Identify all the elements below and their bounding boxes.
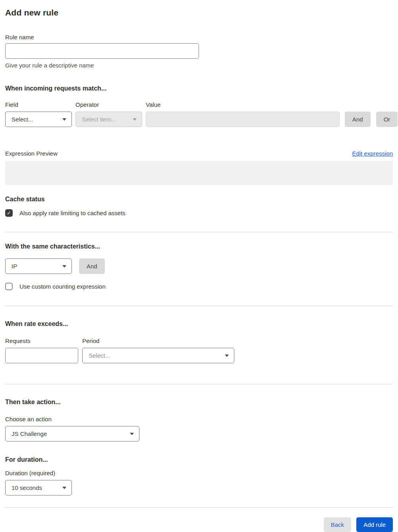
custom-counting-checkbox-label[interactable]: Use custom counting expression	[19, 283, 106, 290]
or-button[interactable]: Or	[376, 112, 398, 127]
rule-name-input[interactable]	[5, 43, 199, 59]
rule-name-helper: Give your rule a descriptive name	[5, 62, 393, 69]
back-button[interactable]: Back	[324, 517, 351, 532]
operator-select: Select item...	[75, 112, 142, 127]
value-input	[146, 112, 340, 127]
add-rule-button[interactable]: Add rule	[356, 517, 393, 532]
chevron-down-icon	[133, 118, 137, 121]
cache-status-checkbox[interactable]: ✓	[5, 209, 13, 217]
field-label: Field	[5, 101, 72, 108]
value-label: Value	[146, 101, 340, 108]
duration-label: Duration (required)	[5, 470, 393, 477]
action-select-value: JS Challenge	[12, 430, 47, 437]
expression-preview-box	[5, 161, 393, 185]
period-select-value: Select...	[89, 352, 110, 359]
section-divider	[5, 232, 393, 232]
operator-select-value: Select item...	[82, 116, 116, 123]
action-select[interactable]: JS Challenge	[5, 426, 139, 441]
check-icon: ✓	[7, 210, 11, 216]
custom-counting-checkbox[interactable]	[5, 283, 13, 290]
characteristics-heading: With the same characteristics...	[5, 243, 393, 250]
field-select-value: Select...	[12, 116, 33, 123]
rate-heading: When rate exceeds...	[5, 320, 393, 328]
cache-status-heading: Cache status	[5, 196, 393, 203]
section-divider	[5, 306, 393, 306]
match-section-heading: When incoming requests match...	[5, 85, 393, 92]
add-rule-form: Add new rule Rule name Give your rule a …	[0, 0, 398, 532]
footer-divider	[5, 507, 393, 508]
duration-heading: For duration...	[5, 456, 393, 463]
duration-select-value: 10 seconds	[12, 484, 42, 491]
and-button[interactable]: And	[345, 112, 371, 127]
page-title: Add new rule	[5, 0, 393, 17]
operator-label: Operator	[75, 101, 142, 108]
requests-label: Requests	[5, 337, 78, 345]
chevron-down-icon	[62, 265, 66, 268]
action-heading: Then take action...	[5, 399, 393, 406]
duration-select[interactable]: 10 seconds	[5, 480, 72, 495]
cache-status-checkbox-label[interactable]: Also apply rate limiting to cached asset…	[19, 210, 126, 216]
characteristics-and-button[interactable]: And	[79, 258, 105, 274]
edit-expression-link[interactable]: Edit expression	[352, 150, 393, 157]
section-divider	[5, 384, 393, 384]
chevron-down-icon	[130, 433, 134, 435]
expression-preview-label: Expression Preview	[5, 150, 58, 157]
period-select[interactable]: Select...	[82, 348, 234, 363]
action-label: Choose an action	[5, 416, 393, 423]
field-select[interactable]: Select...	[5, 112, 72, 127]
characteristics-select[interactable]: IP	[5, 258, 72, 274]
requests-input[interactable]	[5, 348, 78, 363]
chevron-down-icon	[225, 355, 229, 357]
chevron-down-icon	[62, 118, 66, 121]
characteristics-select-value: IP	[12, 263, 17, 270]
chevron-down-icon	[62, 487, 66, 489]
rule-name-label: Rule name	[5, 34, 393, 41]
period-label: Period	[82, 337, 234, 345]
